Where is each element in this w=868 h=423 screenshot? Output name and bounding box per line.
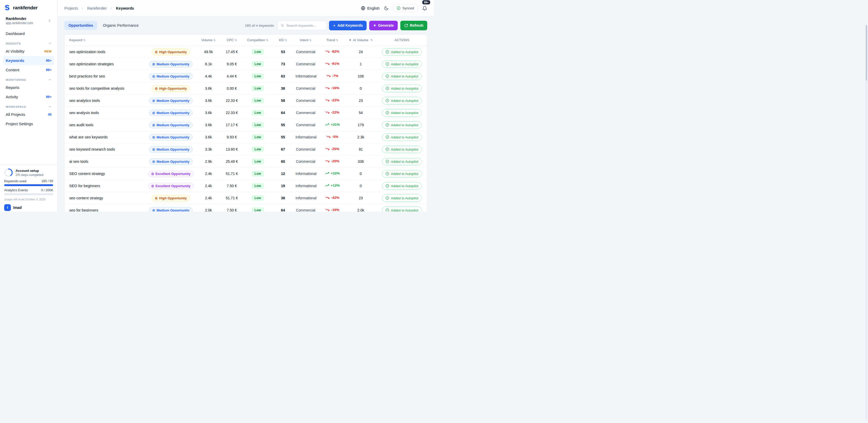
user-menu[interactable]: I Imad bbox=[4, 204, 53, 212]
breadcrumb-projects[interactable]: Projects bbox=[64, 6, 78, 10]
ai-volume-value: 1 bbox=[360, 62, 362, 66]
trend-label: -25% bbox=[331, 147, 339, 151]
intent-value: Commercial bbox=[296, 98, 315, 103]
column-header-volume[interactable]: Volume⇅ bbox=[197, 34, 220, 46]
added-to-autopilot-button[interactable]: Added to Autopilot bbox=[382, 121, 422, 129]
tab-opportunities[interactable]: Opportunities bbox=[64, 21, 97, 30]
breadcrumb-keywords: Keywords bbox=[116, 6, 134, 10]
volume-value: 49.5k bbox=[204, 50, 213, 54]
column-header-intent[interactable]: Intent⇅ bbox=[294, 34, 317, 46]
sidebar-item-dashboard[interactable]: Dashboard bbox=[3, 29, 54, 38]
sidebar-item-activity[interactable]: Activity 99+ bbox=[3, 92, 54, 101]
table-row[interactable]: seo for beginners ◎Medium Opportunity 2.… bbox=[65, 204, 427, 212]
table-row[interactable]: SEO for beginners ◎Excellent Opportunity… bbox=[65, 180, 427, 192]
table-row[interactable]: ai seo tools ◎Medium Opportunity 2.9k 25… bbox=[65, 156, 427, 168]
added-to-autopilot-button[interactable]: Added to Autopilot bbox=[382, 133, 422, 141]
kd-value: 53 bbox=[281, 50, 285, 54]
added-to-autopilot-button[interactable]: Added to Autopilot bbox=[382, 85, 422, 92]
sidebar-item-reports[interactable]: Reports bbox=[3, 83, 54, 92]
sparkle-icon: ✦ bbox=[373, 24, 376, 27]
added-to-autopilot-button[interactable]: Added to Autopilot bbox=[382, 206, 422, 212]
sidebar-item-project-settings[interactable]: Project Settings bbox=[3, 119, 54, 128]
count-badge: 99+ bbox=[46, 68, 52, 72]
generate-button[interactable]: ✦ Generate bbox=[369, 21, 398, 30]
project-switcher[interactable]: Rankfender app.rankfender.com bbox=[3, 15, 54, 27]
globe-icon bbox=[361, 6, 365, 10]
dark-mode-toggle[interactable] bbox=[384, 6, 389, 11]
added-to-autopilot-button[interactable]: Added to Autopilot bbox=[382, 109, 422, 117]
table-row[interactable]: seo audit tools ◎Medium Opportunity 3.6k… bbox=[65, 119, 427, 131]
topbar-right: English Synced 99+ bbox=[361, 4, 427, 12]
column-header-kd[interactable]: KD⇅ bbox=[272, 34, 294, 46]
trend-label: +12% bbox=[331, 184, 340, 187]
sidebar-item-all-projects[interactable]: All Projects 45 bbox=[3, 110, 54, 119]
refresh-button[interactable]: Refresh bbox=[400, 21, 427, 30]
notifications-button[interactable]: 99+ bbox=[422, 6, 427, 11]
table-row[interactable]: seo content strategy ◎High Opportunity 2… bbox=[65, 192, 427, 204]
table-row[interactable]: SEO content strategy ◎Excellent Opportun… bbox=[65, 168, 427, 180]
sidebar-section-monitoring[interactable]: MONITORING bbox=[3, 75, 54, 83]
column-header-trend[interactable]: Trend⇅ bbox=[317, 34, 347, 46]
autopilot-label: Added to Autopilot bbox=[391, 50, 418, 54]
sidebar-section-insights[interactable]: INSIGHTS bbox=[3, 38, 54, 46]
competition-badge: Low bbox=[252, 86, 264, 91]
sidebar-item-ai-visibility[interactable]: AI Visibility NEW bbox=[3, 47, 54, 56]
table-row[interactable]: what are seo keywords ◎Medium Opportunit… bbox=[65, 131, 427, 143]
added-to-autopilot-button[interactable]: Added to Autopilot bbox=[382, 170, 422, 177]
table-row[interactable]: best practices for seo ◎Medium Opportuni… bbox=[65, 70, 427, 83]
added-to-autopilot-button[interactable]: Added to Autopilot bbox=[382, 158, 422, 165]
opportunity-label: Medium Opportunity bbox=[157, 99, 189, 103]
account-setup[interactable]: Account setup 2/5 steps completed bbox=[4, 168, 53, 177]
added-to-autopilot-button[interactable]: Added to Autopilot bbox=[382, 146, 422, 153]
table-row[interactable]: seo keyword research tools ◎Medium Oppor… bbox=[65, 143, 427, 156]
column-header-competition[interactable]: Competition⇅ bbox=[243, 34, 272, 46]
column-header-ai-volume[interactable]: ✦AI Volume⇅ bbox=[347, 34, 374, 46]
add-keywords-button[interactable]: + Add Keywords bbox=[329, 21, 367, 30]
added-to-autopilot-button[interactable]: Added to Autopilot bbox=[382, 72, 422, 80]
opportunity-label: Medium Opportunity bbox=[157, 111, 189, 115]
sidebar-footer: Account setup 2/5 steps completed Keywor… bbox=[0, 165, 57, 212]
opportunity-label: Medium Opportunity bbox=[157, 148, 189, 151]
check-circle-icon bbox=[385, 135, 389, 139]
target-icon: ◎ bbox=[152, 209, 155, 212]
nav-label: Reports bbox=[6, 85, 20, 90]
search-input[interactable] bbox=[286, 24, 323, 28]
keyword-count-label: 165 of ∞ keywords bbox=[245, 24, 274, 28]
cpc-value: 13.80 € bbox=[226, 147, 238, 151]
table-row[interactable]: seo analysis tools ◎Medium Opportunity 3… bbox=[65, 107, 427, 119]
sidebar-section-workspace[interactable]: WORKSPACE bbox=[3, 102, 54, 110]
section-label: INSIGHTS bbox=[6, 42, 21, 45]
generate-label: Generate bbox=[378, 23, 394, 28]
synced-status-button[interactable]: Synced bbox=[393, 4, 418, 12]
sort-icon: ⇅ bbox=[213, 39, 216, 42]
trend-value: +22% bbox=[325, 171, 340, 175]
trend-label: -22% bbox=[331, 98, 339, 102]
breadcrumb-rankfender[interactable]: Rankfender bbox=[87, 6, 106, 10]
brand[interactable]: rankfender bbox=[0, 0, 57, 14]
cpc-value: 17.45 € bbox=[226, 50, 238, 54]
added-to-autopilot-button[interactable]: Added to Autopilot bbox=[382, 48, 422, 56]
sidebar-item-content[interactable]: Content 99+ bbox=[3, 65, 54, 74]
opportunity-badge: ◎Medium Opportunity bbox=[149, 61, 193, 67]
language-selector[interactable]: English bbox=[361, 6, 379, 10]
added-to-autopilot-button[interactable]: Added to Autopilot bbox=[382, 182, 422, 190]
project-domain: app.rankfender.com bbox=[6, 21, 33, 25]
sidebar-item-keywords[interactable]: Keywords 99+ bbox=[3, 56, 54, 65]
cpc-value: 51.71 € bbox=[226, 196, 238, 200]
tab-organic-performance[interactable]: Organic Performance bbox=[99, 21, 143, 30]
table-row[interactable]: seo tools for competitive analysis ◎High… bbox=[65, 83, 427, 95]
added-to-autopilot-button[interactable]: Added to Autopilot bbox=[382, 194, 422, 202]
table-row[interactable]: seo optimization tools ◎High Opportunity… bbox=[65, 46, 427, 58]
table-row[interactable]: seo optimization strategies ◎Medium Oppo… bbox=[65, 58, 427, 70]
column-header-keyword[interactable]: Keyword⇅ bbox=[65, 34, 145, 46]
keyword-text: seo optimization tools bbox=[69, 50, 105, 54]
table-row[interactable]: seo analytics tools ◎Medium Opportunity … bbox=[65, 95, 427, 107]
trend-value: -18% bbox=[325, 86, 339, 90]
ai-volume-value: 2.0k bbox=[357, 208, 364, 212]
column-header-cpc[interactable]: CPC⇅ bbox=[220, 34, 243, 46]
competition-badge: Low bbox=[252, 147, 264, 152]
opportunity-badge: ◎Excellent Opportunity bbox=[148, 170, 194, 177]
volume-value: 4.4k bbox=[205, 74, 212, 78]
added-to-autopilot-button[interactable]: Added to Autopilot bbox=[382, 97, 422, 104]
added-to-autopilot-button[interactable]: Added to Autopilot bbox=[382, 60, 422, 68]
